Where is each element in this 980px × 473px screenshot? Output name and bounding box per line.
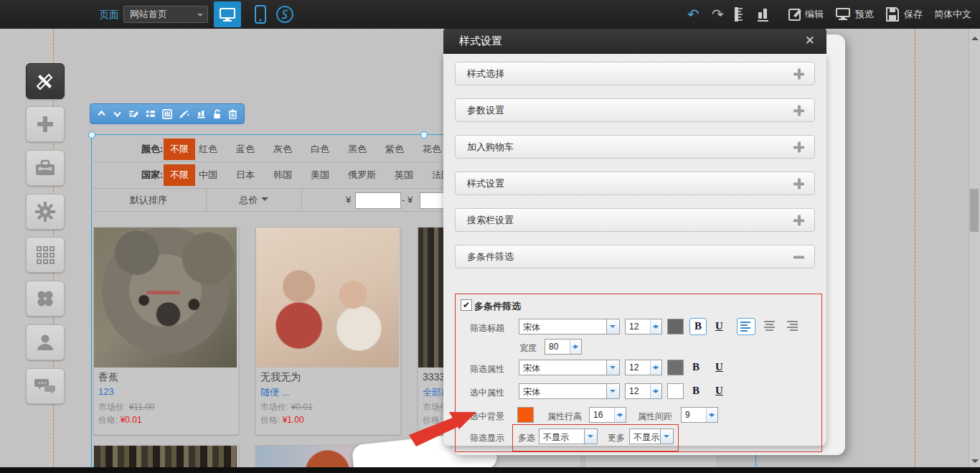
- magic-wand-icon[interactable]: [179, 109, 189, 119]
- settings-sliders-icon[interactable]: [162, 109, 172, 119]
- sort-total-price[interactable]: 总价: [206, 189, 302, 211]
- stepper-arrows-icon[interactable]: [614, 408, 626, 422]
- line-height-stepper[interactable]: 16: [589, 407, 626, 423]
- product-title[interactable]: 无我无为: [260, 371, 301, 384]
- spacing-stepper[interactable]: 9: [681, 407, 718, 423]
- chevron-down-icon[interactable]: [660, 429, 673, 444]
- chevron-down-icon[interactable]: [606, 319, 619, 334]
- language-switch[interactable]: 简体中文: [934, 0, 971, 29]
- expand-plus-icon[interactable]: [793, 215, 804, 225]
- selected-bg-color-swatch[interactable]: [517, 407, 534, 423]
- filter-option[interactable]: 俄罗斯: [348, 169, 376, 182]
- edit-label[interactable]: 编辑: [805, 0, 824, 29]
- filter-chip-selected[interactable]: 不限: [164, 164, 195, 186]
- preview-monitor-icon[interactable]: [835, 7, 851, 22]
- scroll-down-icon[interactable]: [971, 459, 979, 467]
- filter-option[interactable]: 美国: [311, 169, 329, 182]
- section-style-select[interactable]: 样式选择: [455, 62, 815, 85]
- list-manage-icon[interactable]: [146, 109, 156, 118]
- filter-option[interactable]: 英国: [395, 169, 413, 182]
- section-search-bar[interactable]: 搜索栏设置: [455, 208, 815, 232]
- window-scrollbar[interactable]: [969, 29, 980, 467]
- font-color-swatch[interactable]: [667, 360, 684, 375]
- font-select[interactable]: 宋体: [519, 383, 620, 399]
- underline-button[interactable]: U: [715, 385, 723, 397]
- filter-option[interactable]: 韩国: [273, 169, 292, 182]
- align-left-button[interactable]: [737, 318, 755, 335]
- bold-button[interactable]: B: [692, 361, 699, 373]
- font-size-stepper[interactable]: 12: [625, 383, 662, 399]
- filter-option[interactable]: 日本: [236, 169, 255, 182]
- underline-button[interactable]: U: [715, 361, 723, 373]
- filter-option[interactable]: 红色: [199, 143, 217, 156]
- link-style-button[interactable]: [271, 1, 298, 27]
- price-min-input[interactable]: [355, 192, 401, 209]
- sidebar-item-chat[interactable]: [26, 368, 65, 404]
- section-add-to-cart[interactable]: 加入购物车: [455, 135, 815, 159]
- filter-option[interactable]: 紫色: [385, 143, 404, 156]
- filter-option[interactable]: 中国: [199, 169, 217, 182]
- font-color-swatch[interactable]: [667, 383, 684, 399]
- ruler-icon[interactable]: [732, 6, 746, 23]
- desktop-view-button[interactable]: [214, 1, 241, 27]
- sort-default[interactable]: 默认排序: [91, 189, 207, 211]
- preview-label[interactable]: 预览: [855, 0, 874, 29]
- bold-button[interactable]: B: [692, 385, 699, 397]
- mobile-view-button[interactable]: [247, 1, 274, 27]
- product-card[interactable]: [93, 445, 239, 469]
- product-image-children[interactable]: [256, 228, 399, 367]
- stepper-arrows-icon[interactable]: [650, 360, 661, 375]
- edit-icon[interactable]: [788, 6, 802, 22]
- product-link[interactable]: 随便 ...: [260, 386, 289, 399]
- move-down-icon[interactable]: [113, 109, 122, 118]
- delete-trash-icon[interactable]: [228, 109, 237, 119]
- expand-plus-icon[interactable]: [793, 141, 804, 152]
- filter-chip-selected[interactable]: 不限: [164, 139, 195, 160]
- chevron-down-icon[interactable]: [606, 360, 619, 375]
- enable-checkbox[interactable]: ✔: [461, 299, 472, 311]
- sidebar-item-widgets[interactable]: [26, 281, 65, 317]
- filter-option[interactable]: 灰色: [273, 143, 292, 156]
- save-icon[interactable]: [885, 6, 900, 22]
- expand-plus-icon[interactable]: [793, 178, 804, 189]
- sidebar-item-toolbox[interactable]: [26, 150, 65, 186]
- move-up-icon[interactable]: [97, 109, 106, 118]
- expand-plus-icon[interactable]: [793, 105, 804, 116]
- stats-icon[interactable]: [197, 109, 206, 118]
- section-parameters[interactable]: 参数设置: [455, 98, 815, 122]
- sidebar-item-settings[interactable]: [26, 194, 65, 230]
- filter-option[interactable]: 蓝色: [236, 143, 255, 156]
- align-center-button[interactable]: [761, 318, 778, 334]
- filter-option[interactable]: 花色: [423, 143, 441, 156]
- font-size-stepper[interactable]: 12: [625, 360, 662, 375]
- scrollbar-thumb[interactable]: [970, 189, 979, 232]
- sidebar-item-design[interactable]: [26, 63, 65, 99]
- save-label[interactable]: 保存: [904, 0, 923, 29]
- font-color-swatch[interactable]: [667, 319, 684, 334]
- font-size-stepper[interactable]: 12: [625, 319, 662, 334]
- section-style-settings[interactable]: 样式设置: [455, 172, 815, 195]
- stepper-arrows-icon[interactable]: [706, 408, 717, 422]
- sidebar-item-member[interactable]: [26, 324, 65, 360]
- section-multi-filter[interactable]: 多条件筛选: [455, 245, 815, 268]
- scroll-up-icon[interactable]: [971, 33, 979, 40]
- product-image-koala[interactable]: [94, 228, 237, 367]
- product-card[interactable]: 无我无为 随便 ... 市场价: ¥0.01 价格: ¥1.00: [255, 227, 401, 435]
- filter-option[interactable]: 黑色: [348, 143, 367, 156]
- redo-icon[interactable]: ↷: [712, 0, 724, 29]
- product-title[interactable]: 3333: [423, 371, 445, 383]
- sidebar-item-add[interactable]: [26, 106, 65, 142]
- collapse-minus-icon[interactable]: [793, 251, 804, 262]
- undo-icon[interactable]: ↶: [687, 0, 699, 29]
- product-image-forest[interactable]: [94, 446, 237, 468]
- width-stepper[interactable]: 80: [545, 339, 582, 355]
- selection-handle-top-mid[interactable]: [420, 131, 428, 139]
- stats-icon[interactable]: [756, 6, 771, 22]
- selection-handle-top-left[interactable]: [88, 131, 95, 139]
- underline-button[interactable]: U: [715, 320, 723, 332]
- chevron-down-icon[interactable]: [606, 384, 619, 398]
- align-right-button[interactable]: [784, 318, 801, 334]
- product-card[interactable]: 香蕉 123 市场价: ¥11.00 价格: ¥0.01: [93, 227, 239, 435]
- edit-style-icon[interactable]: [128, 109, 138, 118]
- bold-button[interactable]: B: [689, 318, 707, 335]
